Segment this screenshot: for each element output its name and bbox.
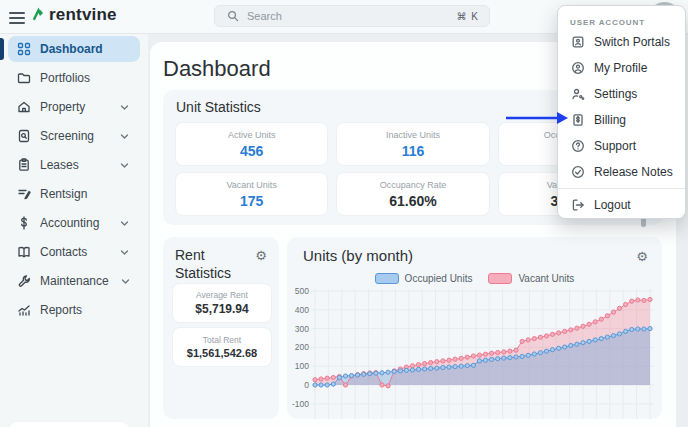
- data-point[interactable]: [319, 383, 323, 387]
- data-point[interactable]: [550, 332, 554, 336]
- menu-item-my-profile[interactable]: My Profile: [558, 55, 685, 81]
- menu-item-billing[interactable]: Billing: [558, 107, 685, 133]
- data-point[interactable]: [636, 298, 640, 302]
- data-point[interactable]: [325, 376, 329, 380]
- data-point[interactable]: [477, 353, 481, 357]
- data-point[interactable]: [496, 350, 500, 354]
- data-point[interactable]: [331, 382, 335, 386]
- data-point[interactable]: [526, 338, 530, 342]
- legend-item-occupied-units[interactable]: Occupied Units: [375, 273, 473, 284]
- sidebar-item-screening[interactable]: Screening: [8, 123, 140, 149]
- data-point[interactable]: [636, 327, 640, 331]
- data-point[interactable]: [593, 338, 597, 342]
- data-point[interactable]: [563, 329, 567, 333]
- data-point[interactable]: [593, 320, 597, 324]
- menu-item-settings[interactable]: Settings: [558, 81, 685, 107]
- data-point[interactable]: [611, 334, 615, 338]
- menu-item-release-notes[interactable]: Release Notes: [558, 159, 685, 185]
- menu-item-logout[interactable]: Logout: [558, 192, 685, 218]
- data-point[interactable]: [423, 362, 427, 366]
- data-point[interactable]: [380, 371, 384, 375]
- sidebar-item-maintenance[interactable]: Maintenance: [8, 268, 140, 294]
- data-point[interactable]: [532, 352, 536, 356]
- data-point[interactable]: [581, 324, 585, 328]
- sidebar-item-dashboard[interactable]: Dashboard: [8, 36, 140, 62]
- rent-widget-gear-icon[interactable]: ⚙: [255, 249, 267, 262]
- data-point[interactable]: [544, 334, 548, 338]
- data-point[interactable]: [331, 375, 335, 379]
- data-point[interactable]: [569, 328, 573, 332]
- data-point[interactable]: [508, 356, 512, 360]
- data-point[interactable]: [532, 337, 536, 341]
- data-point[interactable]: [362, 372, 366, 376]
- data-point[interactable]: [453, 365, 457, 369]
- data-point[interactable]: [471, 354, 475, 358]
- data-point[interactable]: [642, 298, 646, 302]
- data-point[interactable]: [386, 384, 390, 388]
- data-point[interactable]: [538, 351, 542, 355]
- data-point[interactable]: [343, 374, 347, 378]
- data-point[interactable]: [575, 342, 579, 346]
- data-point[interactable]: [410, 364, 414, 368]
- sidebar-item-rentsign[interactable]: Rentsign: [8, 181, 140, 207]
- data-point[interactable]: [557, 331, 561, 335]
- data-point[interactable]: [611, 310, 615, 314]
- data-point[interactable]: [496, 357, 500, 361]
- data-point[interactable]: [374, 371, 378, 375]
- data-point[interactable]: [416, 367, 420, 371]
- hamburger-menu-icon[interactable]: [9, 9, 25, 23]
- data-point[interactable]: [429, 361, 433, 365]
- sidebar-item-accounting[interactable]: Accounting: [8, 210, 140, 236]
- data-point[interactable]: [356, 373, 360, 377]
- data-point[interactable]: [490, 357, 494, 361]
- data-point[interactable]: [459, 356, 463, 360]
- data-point[interactable]: [313, 378, 317, 382]
- data-point[interactable]: [477, 359, 481, 363]
- data-point[interactable]: [447, 365, 451, 369]
- data-point[interactable]: [423, 367, 427, 371]
- data-point[interactable]: [526, 353, 530, 357]
- legend-item-vacant-units[interactable]: Vacant Units: [488, 273, 574, 284]
- data-point[interactable]: [569, 343, 573, 347]
- sidebar-item-leases[interactable]: Leases: [8, 152, 140, 178]
- data-point[interactable]: [599, 317, 603, 321]
- data-point[interactable]: [465, 364, 469, 368]
- data-point[interactable]: [343, 383, 347, 387]
- data-point[interactable]: [605, 335, 609, 339]
- data-point[interactable]: [416, 363, 420, 367]
- data-point[interactable]: [605, 314, 609, 318]
- data-point[interactable]: [617, 306, 621, 310]
- data-point[interactable]: [490, 351, 494, 355]
- data-point[interactable]: [557, 346, 561, 350]
- data-point[interactable]: [514, 348, 518, 352]
- data-point[interactable]: [538, 335, 542, 339]
- units-widget-gear-icon[interactable]: ⚙: [636, 250, 648, 263]
- data-point[interactable]: [337, 375, 341, 379]
- data-point[interactable]: [313, 383, 317, 387]
- data-point[interactable]: [617, 332, 621, 336]
- data-point[interactable]: [630, 327, 634, 331]
- data-point[interactable]: [587, 322, 591, 326]
- data-point[interactable]: [550, 348, 554, 352]
- data-point[interactable]: [520, 339, 524, 343]
- data-point[interactable]: [624, 302, 628, 306]
- data-point[interactable]: [502, 350, 506, 354]
- search-input[interactable]: Search ⌘ K: [214, 5, 490, 27]
- data-point[interactable]: [404, 368, 408, 372]
- data-point[interactable]: [563, 345, 567, 349]
- data-point[interactable]: [441, 365, 445, 369]
- data-point[interactable]: [386, 370, 390, 374]
- data-point[interactable]: [392, 369, 396, 373]
- data-point[interactable]: [465, 355, 469, 359]
- data-point[interactable]: [599, 337, 603, 341]
- data-point[interactable]: [630, 299, 634, 303]
- menu-item-switch-portals[interactable]: Switch Portals: [558, 29, 685, 55]
- data-point[interactable]: [587, 339, 591, 343]
- data-point[interactable]: [349, 374, 353, 378]
- data-point[interactable]: [508, 349, 512, 353]
- data-point[interactable]: [325, 383, 329, 387]
- data-point[interactable]: [581, 341, 585, 345]
- data-point[interactable]: [514, 355, 518, 359]
- units-chart[interactable]: 5004003002001000-100: [287, 285, 662, 419]
- data-point[interactable]: [410, 368, 414, 372]
